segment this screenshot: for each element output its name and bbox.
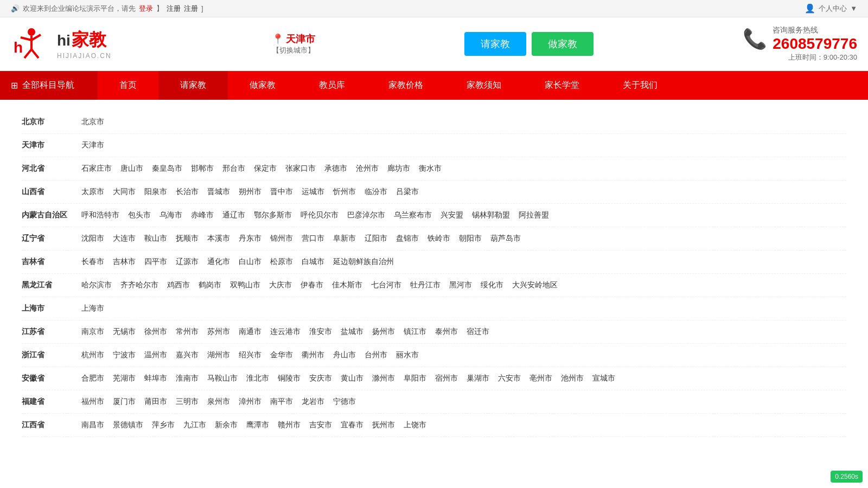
city-link[interactable]: 丽水市: [396, 350, 419, 360]
city-link[interactable]: 阜新市: [333, 234, 356, 243]
city-link[interactable]: 秦皇岛市: [152, 164, 182, 174]
city-link[interactable]: 天津市: [81, 140, 104, 150]
city-link[interactable]: 景德镇市: [113, 420, 143, 430]
city-link[interactable]: 松原市: [270, 257, 293, 267]
city-link[interactable]: 双鸭山市: [230, 280, 260, 290]
city-link[interactable]: 辽阳市: [365, 234, 387, 243]
city-link[interactable]: 七台河市: [371, 280, 401, 290]
city-link[interactable]: 盐城市: [341, 327, 363, 337]
city-link[interactable]: 宣城市: [592, 374, 615, 383]
city-link[interactable]: 马鞍山市: [207, 374, 238, 383]
zuo-jiaojiao-button[interactable]: 做家教: [532, 32, 593, 56]
city-link[interactable]: 六安市: [498, 374, 521, 383]
city-link[interactable]: 泉州市: [207, 397, 230, 407]
city-link[interactable]: 阿拉善盟: [519, 210, 549, 220]
city-link[interactable]: 莆田市: [144, 397, 167, 407]
city-link[interactable]: 萍乡市: [152, 420, 175, 430]
city-link[interactable]: 龙岩市: [302, 397, 324, 407]
city-link[interactable]: 吕梁市: [396, 187, 419, 197]
city-link[interactable]: 绍兴市: [239, 350, 261, 360]
city-link[interactable]: 黄山市: [341, 374, 363, 383]
city-link[interactable]: 太原市: [81, 187, 104, 197]
city-link[interactable]: 池州市: [561, 374, 584, 383]
city-link[interactable]: 衢州市: [302, 350, 324, 360]
city-link[interactable]: 齐齐哈尔市: [120, 280, 158, 290]
city-link[interactable]: 鹰潭市: [246, 420, 269, 430]
city-link[interactable]: 大庆市: [269, 280, 292, 290]
city-link[interactable]: 福州市: [81, 397, 104, 407]
city-link[interactable]: 安庆市: [309, 374, 332, 383]
nav-notice[interactable]: 家教须知: [445, 71, 523, 100]
nav-price[interactable]: 家教价格: [367, 71, 445, 100]
city-link[interactable]: 大兴安岭地区: [512, 280, 558, 290]
city-link[interactable]: 长春市: [81, 257, 104, 267]
city-link[interactable]: 沈阳市: [81, 234, 104, 243]
city-link[interactable]: 乌海市: [159, 210, 182, 220]
city-link[interactable]: 牡丹江市: [410, 280, 441, 290]
city-link[interactable]: 临汾市: [365, 187, 387, 197]
city-link[interactable]: 鹤岗市: [199, 280, 221, 290]
city-link[interactable]: 邯郸市: [191, 164, 214, 174]
city-link[interactable]: 张家口市: [285, 164, 316, 174]
city-link[interactable]: 巢湖市: [467, 374, 489, 383]
city-link[interactable]: 嘉兴市: [176, 350, 199, 360]
city-link[interactable]: 延边朝鲜族自治州: [333, 257, 394, 267]
city-link[interactable]: 通化市: [207, 257, 230, 267]
city-link[interactable]: 兴安盟: [441, 210, 463, 220]
city-link[interactable]: 唐山市: [120, 164, 143, 174]
city-link[interactable]: 漳州市: [239, 397, 261, 407]
city-link[interactable]: 合肥市: [81, 374, 104, 383]
city-link[interactable]: 吉林市: [113, 257, 136, 267]
city-link[interactable]: 无锡市: [113, 327, 136, 337]
city-link[interactable]: 铜陵市: [278, 374, 301, 383]
qing-jiaojiao-button[interactable]: 请家教: [464, 32, 526, 56]
city-link[interactable]: 宜春市: [341, 420, 363, 430]
city-link[interactable]: 黑河市: [449, 280, 472, 290]
city-link[interactable]: 葫芦岛市: [490, 234, 521, 243]
register-link2[interactable]: 注册: [184, 4, 198, 14]
city-link[interactable]: 包头市: [128, 210, 151, 220]
city-link[interactable]: 淮安市: [309, 327, 332, 337]
city-link[interactable]: 宿州市: [435, 374, 458, 383]
city-link[interactable]: 伊春市: [301, 280, 323, 290]
city-link[interactable]: 蚌埠市: [144, 374, 167, 383]
user-center[interactable]: 👤 个人中心 ▼: [805, 3, 857, 14]
city-link[interactable]: 本溪市: [207, 234, 230, 243]
city-link[interactable]: 南昌市: [81, 420, 104, 430]
city-link[interactable]: 温州市: [144, 350, 167, 360]
city-link[interactable]: 芜湖市: [113, 374, 136, 383]
city-link[interactable]: 晋城市: [207, 187, 230, 197]
city-link[interactable]: 朔州市: [239, 187, 261, 197]
city-link[interactable]: 抚州市: [372, 420, 395, 430]
city-link[interactable]: 石家庄市: [81, 164, 112, 174]
city-link[interactable]: 赣州市: [278, 420, 301, 430]
nav-all-subjects[interactable]: ⊞ 全部科目导航: [0, 71, 98, 100]
city-link[interactable]: 佳木斯市: [332, 280, 362, 290]
city-link[interactable]: 南通市: [239, 327, 261, 337]
city-link[interactable]: 晋中市: [270, 187, 293, 197]
city-link[interactable]: 北京市: [81, 117, 104, 127]
city-link[interactable]: 宁波市: [113, 350, 136, 360]
city-link[interactable]: 辽源市: [176, 257, 199, 267]
city-link[interactable]: 丹东市: [239, 234, 261, 243]
city-link[interactable]: 盘锦市: [396, 234, 419, 243]
nav-parents[interactable]: 家长学堂: [523, 71, 601, 100]
city-link[interactable]: 台州市: [365, 350, 387, 360]
city-link[interactable]: 鄂尔多斯市: [254, 210, 292, 220]
city-link[interactable]: 扬州市: [372, 327, 395, 337]
city-link[interactable]: 鸡西市: [167, 280, 190, 290]
city-link[interactable]: 亳州市: [529, 374, 552, 383]
city-link[interactable]: 新余市: [215, 420, 238, 430]
city-link[interactable]: 廊坊市: [387, 164, 410, 174]
city-link[interactable]: 三明市: [176, 397, 199, 407]
city-link[interactable]: 宿迁市: [467, 327, 489, 337]
city-link[interactable]: 运城市: [302, 187, 324, 197]
city-link[interactable]: 宁德市: [333, 397, 356, 407]
city-link[interactable]: 上饶市: [404, 420, 426, 430]
city-link[interactable]: 沧州市: [356, 164, 379, 174]
city-link[interactable]: 鞍山市: [144, 234, 167, 243]
city-link[interactable]: 湖州市: [207, 350, 230, 360]
city-link[interactable]: 营口市: [302, 234, 324, 243]
city-link[interactable]: 乌兰察布市: [394, 210, 432, 220]
city-link[interactable]: 保定市: [254, 164, 277, 174]
